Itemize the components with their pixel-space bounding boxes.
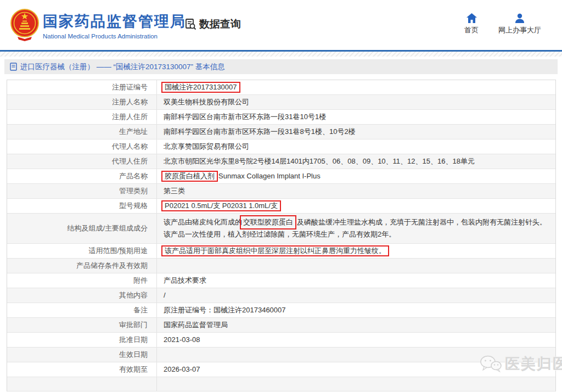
annotation-box: 胶原蛋白植入剂 [161,171,218,182]
table-row: 产品储存条件及有效期 [7,259,555,273]
site-header: 国家药品监督管理局 National Medical Products Admi… [0,0,562,50]
nav-home-label: 首页 [464,25,479,35]
top-nav: 首页 网上办事大厅 [464,13,541,35]
row-value: 该产品适用于面部真皮组织中层至深层注射以纠正鼻唇沟重力性皱纹。 [157,244,555,258]
row-label: 注册人住所 [7,110,157,124]
table-row: 型号规格P02021 0.5mL/支 P02031 1.0mL/支 [7,199,555,214]
row-value: 双美生物科技股份有限公司 [157,95,555,109]
hatch-strip [0,52,562,57]
row-label: 生产地址 [7,125,157,139]
row-label: 附件 [7,273,157,288]
row-label: 代理人名称 [7,139,157,154]
row-label: 有效期至 [7,362,157,377]
row-label: 型号规格 [7,199,157,213]
value-text: 该产品由猪皮纯化而成的 [164,218,242,226]
nav-item-service-hall[interactable]: 网上办事大厅 [498,13,541,35]
table-row [7,377,555,391]
org-title-en: National Medical Products Administration [43,33,186,40]
value-text: 双美生物科技股份有限公司 [164,98,249,106]
document-icon [10,63,17,71]
nav-item-home[interactable]: 首页 [464,13,479,35]
row-value: / [157,288,555,303]
row-value: 2021-03-08 [157,333,555,347]
row-value: 原注册证编号：国械注许20173460007 [157,303,555,317]
table-row: 管理类别第三类 [7,184,555,199]
annotation-box: 交联型胶原蛋白 [240,215,296,229]
table-row: 生效日期 [7,348,555,362]
nmpa-emblem-logo [10,8,40,41]
row-value: 国械注许20173130007 [157,80,555,94]
value-text: 2026-03-07 [164,365,200,373]
row-label [7,377,157,391]
value-text: 国家药品监督管理局 [164,321,228,329]
value-text: 产品技术要求 [164,276,206,284]
row-label: 代理人住所 [7,154,157,169]
value-text: 北京市朝阳区光华东里8号院2号楼14层1401内1705、06、08、09、10… [164,157,475,165]
row-value: 胶原蛋白植入剂Sunmax Collagen Implant I-Plus [157,169,555,183]
row-value [157,382,555,387]
value-text: 2021-03-08 [164,335,200,344]
annotation-box: P02021 0.5mL/支 P02031 1.0mL/支 [161,200,281,211]
row-value: 国家药品监督管理局 [157,318,555,332]
org-title-cn: 国家药品监督管理局 [43,12,186,31]
value-text: 南部科学园区台南市新市区环东路一段31巷10号1楼 [164,113,326,121]
row-label: 注册证编号 [7,80,157,94]
brand-block: 国家药品监督管理局 National Medical Products Admi… [43,12,186,40]
row-label: 生效日期 [7,348,157,362]
row-value: 第三类 [157,184,555,198]
value-text: Sunmax Collagen Implant I-Plus [218,172,321,180]
table-row: 代理人名称北京享赞国际贸易有限公司 [7,139,555,154]
row-label: 适用范围/预期用途 [7,244,157,258]
row-label: 管理类别 [7,184,157,198]
table-row: 适用范围/预期用途该产品适用于面部真皮组织中层至深层注射以纠正鼻唇沟重力性皱纹。 [7,244,555,259]
data-query-link[interactable]: 数据查询 [184,17,241,31]
row-value: 产品技术要求 [157,273,555,288]
row-value: 北京市朝阳区光华东里8号院2号楼14层1401内1705、06、08、09、10… [157,154,555,169]
row-value [157,263,555,268]
row-label: 备注 [7,303,157,317]
table-row: 产品名称胶原蛋白植入剂Sunmax Collagen Implant I-Plu… [7,169,555,184]
table-row: 注册证编号国械注许20173130007 [7,80,555,95]
table-row: 备注原注册证编号：国械注许20173460007 [7,303,555,318]
user-icon [515,13,525,23]
row-value: 南部科学园区台南市新市区环东路一段31巷8号1楼、10号2楼 [157,125,555,139]
row-value: 2026-03-07 [157,362,555,377]
row-value: P02021 0.5mL/支 P02031 1.0mL/支 [157,199,555,213]
table-row: 注册人名称双美生物科技股份有限公司 [7,95,555,110]
row-value [157,352,555,357]
row-label: 结构及组成/主要组成成分 [7,214,157,243]
value-text: 南部科学园区台南市新市区环东路一段31巷8号1楼、10号2楼 [164,127,356,136]
document-search-icon [184,18,196,30]
row-label: 审批部门 [7,318,157,332]
table-row: 代理人住所北京市朝阳区光华东里8号院2号楼14层1401内1705、06、08、… [7,154,555,169]
row-label: 注册人名称 [7,95,157,109]
row-label: 产品储存条件及有效期 [7,259,157,273]
table-row: 结构及组成/主要组成成分该产品由猪皮纯化而成的交联型胶原蛋白及磷酸盐缓冲生理盐水… [7,214,555,244]
annotation-box: 国械注许20173130007 [161,82,240,93]
breadcrumb-bar: 进口医疗器械（注册） —— “国械注许20173130007” 基本信息 [4,59,558,74]
row-value: 该产品由猪皮纯化而成的交联型胶原蛋白及磷酸盐缓冲生理盐水构成，充填于无菌注射器中… [157,214,555,243]
table-row: 有效期至2026-03-07 [7,362,555,377]
data-query-label: 数据查询 [199,17,241,31]
row-label: 产品名称 [7,169,157,183]
row-label: 批准日期 [7,333,157,347]
info-table: 注册证编号国械注许20173130007注册人名称双美生物科技股份有限公司注册人… [7,80,556,391]
table-row: 附件产品技术要求 [7,273,555,288]
value-text: / [164,291,166,299]
row-value: 北京享赞国际贸易有限公司 [157,139,555,154]
row-value: 南部科学园区台南市新市区环东路一段31巷10号1楼 [157,110,555,124]
value-text: 北京享赞国际贸易有限公司 [164,142,249,150]
table-row: 其他内容/ [7,288,555,303]
row-label: 其他内容 [7,288,157,303]
value-text: 第三类 [164,187,185,195]
annotation-box: 该产品适用于面部真皮组织中层至深层注射以纠正鼻唇沟重力性皱纹。 [161,245,389,256]
home-icon [467,13,477,23]
value-text: 原注册证编号：国械注许20173460007 [164,306,286,314]
table-row: 注册人住所南部科学园区台南市新市区环东路一段31巷10号1楼 [7,110,555,125]
table-row: 生产地址南部科学园区台南市新市区环东路一段31巷8号1楼、10号2楼 [7,125,555,139]
nav-hall-label: 网上办事大厅 [498,25,541,35]
table-row: 审批部门国家药品监督管理局 [7,318,555,333]
table-row: 批准日期2021-03-08 [7,333,555,348]
page-title: 进口医疗器械（注册） —— “国械注许20173130007” 基本信息 [20,62,225,72]
